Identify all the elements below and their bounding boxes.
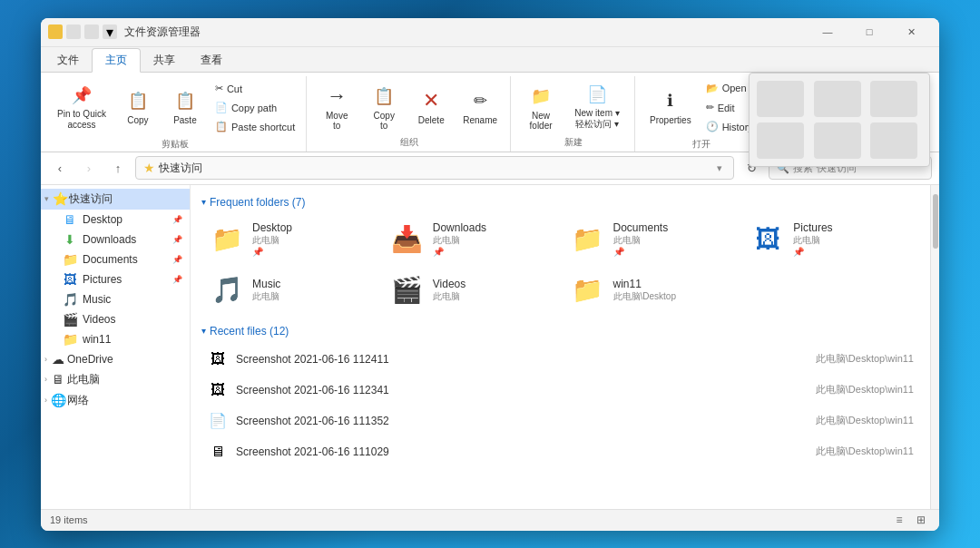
list-view-button[interactable]: ≡ bbox=[890, 511, 908, 529]
ribbon-group-clipboard: 📌 Pin to Quickaccess 📋 Copy 📋 Paste ✂ Cu… bbox=[44, 76, 307, 152]
folder-item-pictures[interactable]: 🖼 Pictures 此电脑 📌 bbox=[742, 216, 919, 263]
copy-to-button[interactable]: 📋 Copyto bbox=[361, 80, 407, 134]
sidebar-item-onedrive[interactable]: › ☁ OneDrive bbox=[41, 349, 190, 369]
sidebar-item-desktop[interactable]: 🖥 Desktop 📌 bbox=[41, 210, 190, 230]
cut-button[interactable]: ✂ Cut bbox=[210, 80, 300, 98]
folder-item-music[interactable]: 🎵 Music 此电脑 bbox=[201, 267, 378, 314]
up-button[interactable]: ↑ bbox=[106, 156, 130, 180]
scrollbar[interactable] bbox=[930, 185, 939, 509]
sidebar-item-quick-access[interactable]: ▾ ⭐ 快速访问 bbox=[41, 189, 190, 210]
ribbon-tabs: 文件 主页 共享 查看 bbox=[41, 47, 939, 73]
address-path: 快速访问 bbox=[159, 161, 202, 176]
file-icon-3: 🖥 bbox=[207, 441, 229, 463]
folder-downloads-icon: 📥 bbox=[389, 221, 426, 258]
folder-music-info: Music 此电脑 bbox=[252, 278, 280, 303]
clipboard-small-buttons: ✂ Cut 📄 Copy path 📋 Paste shortcut bbox=[210, 80, 300, 136]
close-button[interactable]: ✕ bbox=[890, 18, 932, 47]
network-icon: 🌐 bbox=[51, 393, 65, 407]
copy-button[interactable]: 📋 Copy bbox=[115, 80, 161, 134]
tab-share[interactable]: 共享 bbox=[141, 49, 188, 72]
sidebar-item-pictures[interactable]: 🖼 Pictures 📌 bbox=[41, 269, 190, 289]
file-name-2: Screenshot 2021-06-16 111352 bbox=[236, 415, 725, 427]
folder-win11-info: win11 此电脑\Desktop bbox=[613, 278, 676, 303]
popup-grid-item-2[interactable] bbox=[814, 81, 861, 117]
recent-arrow-icon: ▾ bbox=[201, 326, 206, 336]
file-icon-2: 📄 bbox=[207, 410, 229, 432]
folder-item-downloads[interactable]: 📥 Downloads 此电脑 📌 bbox=[382, 216, 559, 263]
forward-button[interactable]: › bbox=[77, 156, 101, 180]
folder-desktop-name: Desktop bbox=[252, 221, 292, 234]
folder-desktop-pin: 📌 bbox=[252, 247, 292, 257]
address-chevron-icon: ▾ bbox=[717, 162, 722, 174]
sidebar-item-network[interactable]: › 🌐 网络 bbox=[41, 390, 190, 411]
properties-icon: ℹ bbox=[658, 88, 683, 113]
back-button[interactable]: ‹ bbox=[48, 156, 72, 180]
popup-grid-item-5[interactable] bbox=[814, 122, 861, 159]
ribbon-group-organize: → Moveto 📋 Copyto ✕ Delete ✏ Rename 组织 bbox=[309, 76, 511, 152]
folder-item-win11[interactable]: 📁 win11 此电脑\Desktop bbox=[563, 267, 740, 314]
file-path-1: 此电脑\Desktop\win11 bbox=[732, 383, 914, 396]
music-icon: 🎵 bbox=[63, 292, 77, 307]
popup-grid-item-1[interactable] bbox=[757, 81, 804, 117]
popup-grid-item-4[interactable] bbox=[757, 122, 804, 159]
tab-home[interactable]: 主页 bbox=[92, 48, 141, 73]
properties-button[interactable]: ℹ Properties bbox=[642, 80, 699, 134]
folder-win11-name: win11 bbox=[613, 278, 676, 290]
copy-path-button[interactable]: 📄 Copy path bbox=[210, 99, 300, 117]
popup-grid-item-3[interactable] bbox=[870, 81, 917, 117]
file-item-1[interactable]: 🖼 Screenshot 2021-06-16 112341 此电脑\Deskt… bbox=[201, 376, 919, 405]
status-right: ≡ ⊞ bbox=[890, 511, 930, 529]
folder-pictures-info: Pictures 此电脑 📌 bbox=[793, 221, 832, 257]
copy-path-icon: 📄 bbox=[215, 102, 228, 113]
address-input[interactable]: ★ 快速访问 ▾ bbox=[135, 156, 734, 180]
sidebar-label-this-pc: 此电脑 bbox=[67, 372, 100, 387]
folder-item-desktop[interactable]: 📁 Desktop 此电脑 📌 bbox=[201, 216, 378, 263]
sidebar-item-videos[interactable]: 🎬 Videos bbox=[41, 309, 190, 329]
delete-button[interactable]: ✕ Delete bbox=[408, 80, 454, 134]
pictures-icon: 🖼 bbox=[63, 272, 77, 287]
grid-view-button[interactable]: ⊞ bbox=[912, 511, 930, 529]
rename-button[interactable]: ✏ Rename bbox=[456, 80, 505, 134]
sidebar-item-win11[interactable]: 📁 win11 bbox=[41, 329, 190, 349]
sidebar-item-documents[interactable]: 📁 Documents 📌 bbox=[41, 250, 190, 269]
tab-file[interactable]: 文件 bbox=[44, 49, 92, 72]
sidebar: ▾ ⭐ 快速访问 🖥 Desktop 📌 ⬇ Downloads 📌 📁 Doc… bbox=[41, 185, 191, 509]
paste-shortcut-button[interactable]: 📋 Paste shortcut bbox=[210, 118, 300, 136]
tab-view[interactable]: 查看 bbox=[188, 49, 235, 72]
favorite-star-icon: ★ bbox=[143, 161, 155, 175]
recent-files-header: ▾ Recent files (12) bbox=[201, 325, 919, 338]
folder-item-videos[interactable]: 🎬 Videos 此电脑 bbox=[382, 267, 559, 314]
folder-documents-icon: 📁 bbox=[570, 221, 606, 258]
paste-icon: 📋 bbox=[172, 88, 198, 113]
clipboard-content: 📌 Pin to Quickaccess 📋 Copy 📋 Paste ✂ Cu… bbox=[50, 76, 300, 136]
new-label: 新建 bbox=[564, 134, 583, 152]
file-name-1: Screenshot 2021-06-16 112341 bbox=[236, 384, 725, 396]
scrollbar-thumb[interactable] bbox=[933, 194, 938, 249]
folder-videos-name: Videos bbox=[433, 278, 466, 290]
copy-icon: 📋 bbox=[125, 88, 151, 113]
sidebar-item-music[interactable]: 🎵 Music bbox=[41, 289, 190, 309]
folder-documents-pin: 📌 bbox=[613, 247, 669, 257]
folder-item-documents[interactable]: 📁 Documents 此电脑 📌 bbox=[563, 216, 740, 263]
open-label: 打开 bbox=[692, 136, 710, 153]
file-item-3[interactable]: 🖥 Screenshot 2021-06-16 111029 此电脑\Deskt… bbox=[201, 437, 919, 466]
new-item-button[interactable]: 📄 New item ▾ 轻松访问 ▾ bbox=[565, 80, 629, 134]
pin-icon-documents: 📌 bbox=[172, 255, 182, 264]
maximize-button[interactable]: □ bbox=[848, 18, 890, 47]
file-item-2[interactable]: 📄 Screenshot 2021-06-16 111352 此电脑\Deskt… bbox=[201, 406, 919, 435]
popup-grid-item-6[interactable] bbox=[870, 122, 917, 159]
minimize-button[interactable]: — bbox=[807, 18, 848, 47]
sidebar-item-this-pc[interactable]: › 🖥 此电脑 bbox=[41, 369, 190, 390]
organize-label: 组织 bbox=[400, 134, 418, 152]
pin-to-quick-access-button[interactable]: 📌 Pin to Quickaccess bbox=[50, 80, 113, 134]
move-to-button[interactable]: → Moveto bbox=[314, 80, 359, 134]
new-folder-button[interactable]: 📁 Newfolder bbox=[518, 80, 564, 134]
file-path-3: 此电脑\Desktop\win11 bbox=[732, 445, 914, 458]
folder-videos-info: Videos 此电脑 bbox=[433, 278, 466, 303]
file-item-0[interactable]: 🖼 Screenshot 2021-06-16 112411 此电脑\Deskt… bbox=[201, 345, 919, 374]
folder-downloads-info: Downloads 此电脑 📌 bbox=[433, 221, 486, 257]
pin-icon-pictures: 📌 bbox=[172, 275, 182, 284]
open-icon: 📂 bbox=[706, 83, 719, 94]
sidebar-item-downloads[interactable]: ⬇ Downloads 📌 bbox=[41, 230, 190, 250]
paste-button[interactable]: 📋 Paste bbox=[162, 80, 208, 134]
